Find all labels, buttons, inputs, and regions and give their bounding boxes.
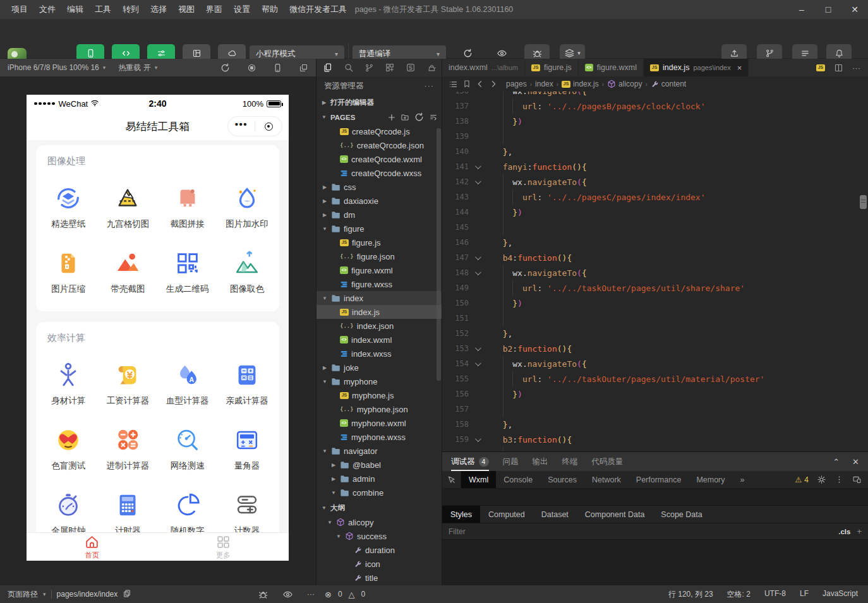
menu-item-2[interactable]: 编辑 bbox=[62, 1, 88, 18]
status-item-0[interactable]: 行 120, 列 23 bbox=[668, 589, 713, 600]
pages-section[interactable]: ▼ PAGES bbox=[316, 110, 442, 124]
status-item-2[interactable]: UTF-8 bbox=[764, 589, 786, 600]
devtools-overflow[interactable]: » bbox=[733, 471, 752, 488]
grid-item-图片压缩[interactable]: 图片压缩 bbox=[39, 237, 98, 302]
tree-item-navigator[interactable]: ▼navigator bbox=[316, 444, 442, 458]
fold-chevron-icon[interactable] bbox=[471, 347, 483, 351]
devtools-tab-Network[interactable]: Network bbox=[584, 471, 629, 488]
tree-item-admin[interactable]: ▶admin bbox=[316, 472, 442, 486]
tree-item-myphone.json[interactable]: {..}myphone.json bbox=[316, 402, 442, 416]
menu-item-7[interactable]: 界面 bbox=[201, 1, 227, 18]
tree-item-css[interactable]: ▶css bbox=[316, 180, 442, 194]
fold-chevron-icon[interactable] bbox=[471, 256, 483, 260]
gear-icon[interactable] bbox=[817, 475, 826, 484]
more-menu-button[interactable]: ••• bbox=[228, 124, 255, 128]
open-editors-section[interactable]: ▶ 打开的编辑器 bbox=[316, 95, 442, 110]
debugger-tab-终端[interactable]: 终端 bbox=[562, 452, 578, 471]
tree-item-daxiaoxie[interactable]: ▶daxiaoxie bbox=[316, 194, 442, 208]
styles-tab-Computed[interactable]: Computed bbox=[480, 506, 533, 523]
grid-item-计数器[interactable]: 计数器 bbox=[217, 479, 277, 532]
fold-chevron-icon[interactable] bbox=[471, 165, 483, 169]
editor-tab-figure.wxml[interactable]: <>figure.wxml bbox=[579, 59, 644, 76]
code-editor[interactable]: 136wx.navigateTo({137url: '../../pagesB/… bbox=[442, 92, 859, 451]
devtools-tab-Wxml[interactable]: Wxml bbox=[461, 471, 496, 488]
menu-item-10[interactable]: 微信开发者工具 bbox=[284, 1, 352, 18]
tree-item-index.wxml[interactable]: <>index.wxml bbox=[316, 333, 442, 347]
grid-item-九宫格切图[interactable]: 九宫格切图 bbox=[98, 172, 157, 237]
cls-toggle[interactable]: .cls bbox=[838, 528, 850, 535]
outline-item-success[interactable]: ▼success bbox=[316, 529, 442, 543]
status-item-3[interactable]: LF bbox=[800, 589, 809, 600]
fold-chevron-icon[interactable] bbox=[471, 438, 483, 442]
close-icon[interactable]: × bbox=[737, 63, 742, 73]
tree-item-myphone.wxml[interactable]: <>myphone.wxml bbox=[316, 416, 442, 430]
breadcrumb-item-index[interactable]: index bbox=[535, 80, 553, 88]
status-item-4[interactable]: JavaScript bbox=[823, 589, 858, 600]
grid-item-全屏时钟[interactable]: 全屏时钟 bbox=[39, 479, 98, 532]
tree-item-figure[interactable]: ▼figure bbox=[316, 222, 442, 236]
grid-item-图片加水印[interactable]: 图片加水印 bbox=[217, 172, 277, 237]
more-actions-icon[interactable]: ··· bbox=[425, 81, 435, 90]
styles-tab-Component Data[interactable]: Component Data bbox=[577, 506, 653, 523]
grid-item-精选壁纸[interactable]: 精选壁纸 bbox=[39, 172, 98, 237]
styles-tab-Dataset[interactable]: Dataset bbox=[533, 506, 577, 523]
tree-item-createQrcode.wxml[interactable]: <>createQrcode.wxml bbox=[316, 152, 442, 166]
tree-item-createQrcode.wxss[interactable]: createQrcode.wxss bbox=[316, 166, 442, 180]
tree-item-index[interactable]: ▼index bbox=[316, 291, 442, 305]
editor-tab-index.js[interactable]: JSindex.jspages\index× bbox=[644, 59, 749, 76]
editor-tab-index.wxml[interactable]: index.wxml...\album bbox=[442, 59, 525, 76]
close-button[interactable]: ✕ bbox=[841, 0, 868, 19]
grid-item-截图拼接[interactable]: 截图拼接 bbox=[158, 172, 217, 237]
breadcrumb-item-content[interactable]: content bbox=[651, 80, 686, 88]
explorer-scrollbar[interactable] bbox=[437, 128, 441, 381]
tree-item-@babel[interactable]: ▶@babel bbox=[316, 458, 442, 472]
back-icon[interactable] bbox=[476, 80, 485, 88]
menu-item-6[interactable]: 视图 bbox=[173, 1, 200, 18]
grid-item-血型计算器[interactable]: A血型计算器 bbox=[158, 349, 217, 414]
tab-更多[interactable]: 更多 bbox=[158, 533, 289, 561]
activity-branch-icon[interactable] bbox=[365, 63, 374, 73]
collapse-panel-icon[interactable]: ⌃ bbox=[833, 457, 840, 467]
maximize-button[interactable]: □ bbox=[815, 0, 841, 19]
activity-blocks-icon[interactable] bbox=[385, 63, 395, 73]
pages-plus-icon[interactable] bbox=[387, 112, 396, 122]
menu-item-8[interactable]: 设置 bbox=[229, 1, 255, 18]
breadcrumb-item-index.js[interactable]: JSindex.js bbox=[562, 80, 599, 88]
device-selector[interactable]: iPhone 6/7/8 Plus 100% 16 bbox=[8, 63, 99, 72]
breadcrumb-item-alicopy[interactable]: alicopy bbox=[607, 80, 642, 88]
tree-item-dm[interactable]: ▶dm bbox=[316, 208, 442, 222]
fold-chevron-icon[interactable] bbox=[471, 362, 483, 366]
split-editor-icon[interactable] bbox=[834, 63, 843, 73]
devtools-tab-Sources[interactable]: Sources bbox=[540, 471, 584, 488]
editor-scroll-handle[interactable] bbox=[860, 195, 867, 209]
sim-phone-icon[interactable] bbox=[273, 63, 282, 73]
tree-item-myphone.js[interactable]: JSmyphone.js bbox=[316, 388, 442, 402]
preview-eye-icon[interactable] bbox=[282, 589, 293, 600]
grid-item-生成二维码[interactable]: 生成二维码 bbox=[158, 237, 217, 302]
activity-plugin-icon[interactable] bbox=[406, 63, 416, 73]
devtools-tab-Performance[interactable]: Performance bbox=[629, 471, 689, 488]
outline-item-icon[interactable]: icon bbox=[316, 557, 442, 571]
devtools-tab-Memory[interactable]: Memory bbox=[689, 471, 732, 488]
tree-item-figure.json[interactable]: {..}figure.json bbox=[316, 249, 442, 263]
menu-item-0[interactable]: 项目 bbox=[6, 1, 33, 18]
tree-item-index.json[interactable]: {..}index.json bbox=[316, 319, 442, 333]
pages-reload-icon[interactable] bbox=[414, 112, 425, 122]
tree-item-index.js[interactable]: JSindex.js bbox=[316, 305, 442, 319]
forward-icon[interactable] bbox=[489, 80, 498, 88]
menu-item-5[interactable]: 选择 bbox=[145, 1, 172, 18]
add-rule-button[interactable]: + bbox=[857, 527, 862, 536]
menu-item-9[interactable]: 帮助 bbox=[256, 1, 283, 18]
tree-item-combine[interactable]: ▼combine bbox=[316, 486, 442, 499]
activity-files-icon[interactable] bbox=[323, 63, 333, 73]
outline-section[interactable]: ▼ 大纲 bbox=[316, 501, 442, 515]
tree-item-createQrcode.js[interactable]: JScreateQrcode.js bbox=[316, 124, 442, 138]
grid-item-随机数字[interactable]: 随机数字 bbox=[158, 479, 217, 532]
menu-item-3[interactable]: 工具 bbox=[90, 1, 116, 18]
device-toolbar-icon[interactable] bbox=[852, 475, 862, 484]
debugger-tab-输出[interactable]: 输出 bbox=[533, 452, 548, 471]
tree-item-figure.wxml[interactable]: <>figure.wxml bbox=[316, 263, 442, 277]
grid-item-身材计算[interactable]: 身材计算 bbox=[39, 349, 98, 414]
grid-item-色盲测试[interactable]: 色盲测试 bbox=[39, 414, 98, 479]
close-panel-icon[interactable]: ✕ bbox=[852, 457, 859, 467]
